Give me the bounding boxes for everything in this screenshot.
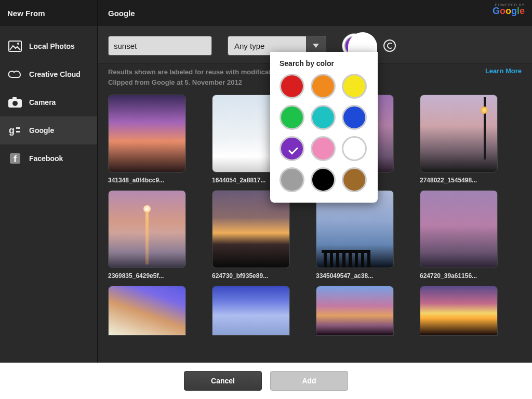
sidebar-item-label: Camera — [29, 98, 56, 107]
result-item[interactable]: 3345049547_ac38... — [316, 190, 394, 280]
sidebar-header: New From — [0, 0, 97, 26]
svg-point-12 — [384, 40, 395, 51]
sidebar: New From Local Photos Creative Cloud — [0, 0, 98, 363]
thumbnail — [108, 190, 186, 268]
top-region: New From Local Photos Creative Cloud — [0, 0, 532, 363]
grid-row — [108, 286, 522, 336]
type-select-label: Any type — [228, 42, 306, 50]
sidebar-item-camera[interactable]: Camera — [0, 88, 97, 116]
license-filter-button[interactable] — [382, 38, 397, 53]
color-swatch[interactable] — [280, 136, 304, 161]
google-icon: g — [7, 123, 23, 138]
result-item[interactable]: 624720_39a61156... — [420, 190, 498, 280]
svg-rect-7 — [18, 127, 20, 129]
svg-marker-11 — [313, 44, 319, 48]
thumbnail-caption: 624730_bf935e89... — [212, 272, 290, 280]
svg-text:g: g — [9, 125, 15, 136]
thumbnail-caption: 2369835_6429e5f... — [108, 272, 186, 280]
svg-rect-0 — [9, 41, 21, 51]
thumbnail — [420, 95, 498, 172]
color-swatch[interactable] — [280, 74, 304, 99]
svg-point-1 — [17, 43, 19, 45]
svg-rect-8 — [16, 131, 20, 132]
sidebar-item-local-photos[interactable]: Local Photos — [0, 32, 97, 60]
sidebar-item-label: Creative Cloud — [29, 70, 81, 78]
sidebar-item-facebook[interactable]: f Facebook — [0, 144, 97, 172]
sidebar-item-google[interactable]: g Google — [0, 116, 97, 144]
search-input[interactable] — [108, 36, 212, 56]
camera-icon — [7, 95, 23, 110]
result-item[interactable] — [212, 286, 290, 336]
color-swatch[interactable] — [342, 167, 367, 192]
result-item[interactable]: 2369835_6429e5f... — [108, 190, 186, 280]
app-root: New From Local Photos Creative Cloud — [0, 0, 532, 399]
powered-by-google: POWERED BY Google — [493, 3, 525, 16]
color-swatches — [280, 74, 368, 193]
result-item[interactable]: 624730_bf935e89... — [212, 190, 290, 280]
sidebar-items: Local Photos Creative Cloud Camera — [0, 26, 97, 172]
footer: Cancel Add — [0, 363, 532, 399]
result-item[interactable]: 2748022_1545498... — [420, 95, 498, 184]
photo-icon — [7, 38, 23, 54]
facebook-icon: f — [7, 151, 23, 166]
thumbnail — [108, 95, 186, 172]
thumbnail — [212, 286, 290, 336]
thumbnail-caption: 3345049547_ac38... — [316, 272, 394, 280]
sidebar-item-label: Google — [29, 126, 54, 135]
result-item[interactable] — [316, 286, 394, 336]
thumbnail — [108, 286, 186, 336]
thumbnail — [420, 286, 498, 336]
color-swatch[interactable] — [280, 105, 304, 130]
result-item[interactable] — [420, 286, 498, 336]
color-popover-title: Search by color — [280, 59, 368, 68]
sidebar-item-label: Facebook — [29, 154, 63, 163]
info-line-1: Results shown are labeled for reuse with… — [108, 67, 283, 77]
color-swatch[interactable] — [342, 136, 367, 161]
main-header: Google POWERED BY Google — [98, 0, 532, 26]
info-line-2: Clipped from Google at 5. November 2012 — [108, 77, 283, 88]
thumbnail — [316, 286, 394, 336]
color-swatch[interactable] — [311, 74, 336, 99]
thumbnail — [420, 190, 498, 268]
thumbnail-caption: 2748022_1545498... — [420, 177, 498, 184]
color-popover: Search by color — [270, 52, 378, 203]
color-swatch[interactable] — [280, 167, 304, 192]
cancel-button[interactable]: Cancel — [184, 371, 262, 391]
grid-row: 2369835_6429e5f... 624730_bf935e89... 33… — [108, 190, 522, 280]
color-swatch[interactable] — [311, 136, 336, 161]
thumbnail-caption: 624720_39a61156... — [420, 272, 498, 280]
google-logo: Google — [493, 6, 525, 16]
thumbnail-caption: 341348_a0f4bcc9... — [108, 177, 186, 184]
learn-more-link[interactable]: Learn More — [485, 67, 522, 75]
result-item[interactable] — [108, 286, 186, 336]
results-info: Results shown are labeled for reuse with… — [108, 67, 283, 87]
cloud-icon — [7, 66, 23, 82]
color-swatch[interactable] — [311, 105, 336, 130]
color-swatch[interactable] — [342, 105, 367, 130]
result-item[interactable]: 341348_a0f4bcc9... — [108, 95, 186, 184]
svg-rect-3 — [12, 97, 17, 100]
svg-point-4 — [12, 101, 18, 106]
svg-text:f: f — [14, 154, 17, 164]
sidebar-item-creative-cloud[interactable]: Creative Cloud — [0, 60, 97, 88]
svg-rect-6 — [16, 127, 18, 129]
color-swatch[interactable] — [342, 74, 367, 99]
color-swatch[interactable] — [311, 167, 336, 192]
sidebar-item-label: Local Photos — [29, 42, 75, 50]
add-button[interactable]: Add — [270, 371, 348, 391]
page-title: Google — [108, 9, 135, 18]
